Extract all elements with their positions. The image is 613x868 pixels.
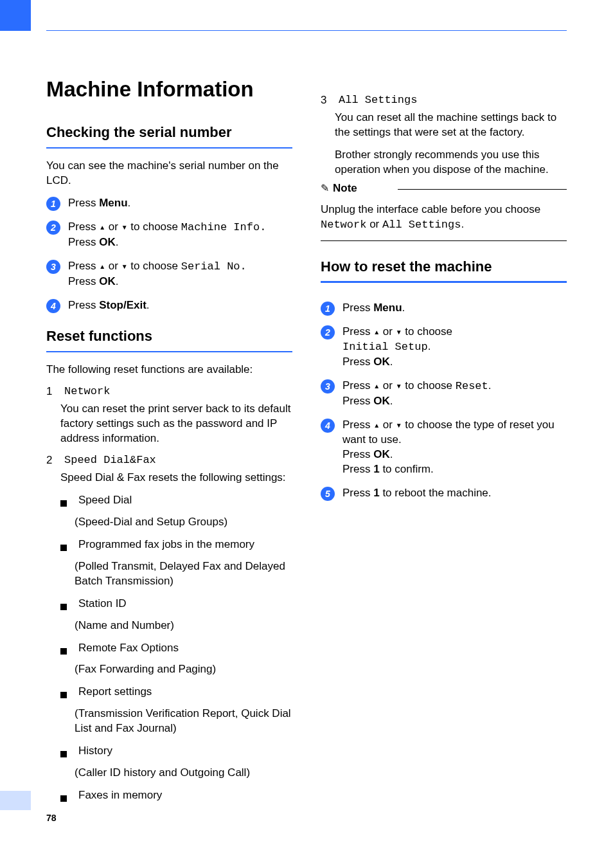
bullet-item: Report settings bbox=[60, 685, 292, 703]
square-bullet-icon bbox=[60, 751, 67, 757]
tab-bottom bbox=[0, 791, 31, 810]
step-number-icon: 3 bbox=[321, 379, 335, 393]
reset-step-4: 4 Press ▲ or ▼ to choose the type of res… bbox=[321, 418, 567, 477]
reset-intro: The following reset functions are availa… bbox=[46, 363, 292, 377]
step-body: Press ▲ or ▼ to choose the type of reset… bbox=[342, 418, 567, 477]
square-bullet-icon bbox=[60, 648, 67, 655]
note-pencil-icon: ✎ bbox=[321, 182, 329, 194]
bullet-item: Faxes in memory bbox=[60, 788, 292, 806]
up-arrow-icon: ▲ bbox=[99, 263, 105, 270]
item-mono: Network bbox=[64, 385, 110, 397]
item-desc: Brother strongly recommends you use this… bbox=[335, 148, 567, 177]
reset-item-1: 1 Network You can reset the print server… bbox=[46, 385, 292, 454]
step-number-icon: 4 bbox=[46, 299, 60, 313]
serial-step-3: 3 Press ▲ or ▼ to choose Serial No. Pres… bbox=[46, 259, 292, 289]
section-rule bbox=[46, 147, 292, 149]
section-rule bbox=[321, 281, 567, 283]
reset-step-3: 3 Press ▲ or ▼ to choose Reset. Press OK… bbox=[321, 379, 567, 409]
step-body: Press ▲ or ▼ to choose Initial Setup. Pr… bbox=[342, 325, 452, 370]
step-body: Press Menu. bbox=[342, 301, 405, 316]
item-desc: Speed Dial & Fax resets the following se… bbox=[60, 471, 292, 485]
down-arrow-icon: ▼ bbox=[396, 383, 402, 390]
step-number-icon: 2 bbox=[46, 221, 60, 235]
bullet-item: Programmed fax jobs in the memory bbox=[60, 538, 292, 556]
up-arrow-icon: ▲ bbox=[373, 422, 380, 429]
item-mono: All Settings bbox=[339, 94, 417, 106]
section-rule bbox=[46, 351, 292, 353]
bullet-item: Speed Dial bbox=[60, 493, 292, 511]
bullet-paren: (Transmission Verification Report, Quick… bbox=[75, 707, 292, 736]
top-rule bbox=[46, 30, 567, 31]
up-arrow-icon: ▲ bbox=[373, 383, 380, 390]
note-box: ✎ Note Unplug the interface cable before… bbox=[321, 189, 567, 241]
step-number-icon: 1 bbox=[46, 197, 60, 211]
down-arrow-icon: ▼ bbox=[121, 224, 128, 231]
up-arrow-icon: ▲ bbox=[373, 329, 380, 336]
square-bullet-icon bbox=[60, 500, 67, 507]
page-title: Machine Information bbox=[46, 77, 292, 102]
right-column: 3 All Settings You can reset all the mac… bbox=[321, 77, 567, 810]
serial-intro: You can see the machine's serial number … bbox=[46, 159, 292, 188]
bullet-paren: (Polled Transmit, Delayed Fax and Delaye… bbox=[75, 559, 292, 589]
item-mono: Speed Dial&Fax bbox=[64, 454, 156, 466]
section-heading-reset-functions: Reset functions bbox=[46, 327, 292, 346]
serial-step-4: 4 Press Stop/Exit. bbox=[46, 298, 292, 313]
serial-step-2: 2 Press ▲ or ▼ to choose Machine Info. P… bbox=[46, 220, 292, 250]
step-body: Press ▲ or ▼ to choose Machine Info. Pre… bbox=[68, 220, 266, 250]
page: Machine Information Checking the serial … bbox=[0, 0, 613, 868]
note-body: Unplug the interface cable before you ch… bbox=[321, 203, 567, 233]
step-body: Press Stop/Exit. bbox=[68, 298, 150, 313]
item-number: 1 bbox=[46, 385, 58, 398]
reset-item-3: 3 All Settings You can reset all the mac… bbox=[321, 94, 567, 185]
bullet-paren: (Caller ID history and Outgoing Call) bbox=[75, 766, 292, 781]
section-heading-serial: Checking the serial number bbox=[46, 123, 292, 142]
square-bullet-icon bbox=[60, 545, 67, 551]
bullet-paren: (Fax Forwarding and Paging) bbox=[75, 662, 292, 677]
item-desc: You can reset the print server back to i… bbox=[60, 402, 292, 446]
bullet-item: Remote Fax Options bbox=[60, 641, 292, 659]
down-arrow-icon: ▼ bbox=[396, 329, 402, 336]
up-arrow-icon: ▲ bbox=[99, 224, 105, 231]
step-number-icon: 4 bbox=[321, 419, 335, 433]
square-bullet-icon bbox=[60, 692, 67, 698]
reset-step-1: 1 Press Menu. bbox=[321, 301, 567, 316]
step-number-icon: 3 bbox=[46, 260, 60, 274]
step-number-icon: 1 bbox=[321, 302, 335, 316]
down-arrow-icon: ▼ bbox=[396, 422, 402, 429]
item-number: 3 bbox=[321, 94, 332, 107]
bullet-item: History bbox=[60, 744, 292, 762]
bullet-paren: (Speed-Dial and Setup Groups) bbox=[75, 515, 292, 530]
left-column: Machine Information Checking the serial … bbox=[46, 77, 292, 810]
bullet-paren: (Name and Number) bbox=[75, 619, 292, 633]
bullet-item: Station ID bbox=[60, 597, 292, 615]
step-number-icon: 2 bbox=[321, 325, 335, 339]
step-number-icon: 5 bbox=[321, 487, 335, 501]
step-body: Press 1 to reboot the machine. bbox=[342, 486, 492, 501]
tab-top bbox=[0, 0, 31, 31]
section-heading-how-to-reset: How to reset the machine bbox=[321, 258, 567, 276]
step-body: Press ▲ or ▼ to choose Reset. Press OK. bbox=[342, 379, 491, 409]
down-arrow-icon: ▼ bbox=[121, 263, 128, 270]
content-columns: Machine Information Checking the serial … bbox=[46, 77, 567, 810]
item-number: 2 bbox=[46, 454, 58, 467]
square-bullet-icon bbox=[60, 604, 67, 610]
reset-step-5: 5 Press 1 to reboot the machine. bbox=[321, 486, 567, 501]
item-desc: You can reset all the machine settings b… bbox=[335, 111, 567, 140]
reset-item-2: 2 Speed Dial&Fax Speed Dial & Fax resets… bbox=[46, 454, 292, 810]
page-number: 78 bbox=[46, 813, 57, 823]
serial-step-1: 1 Press Menu. bbox=[46, 196, 292, 211]
reset-step-2: 2 Press ▲ or ▼ to choose Initial Setup. … bbox=[321, 325, 567, 370]
step-body: Press Menu. bbox=[68, 196, 130, 211]
step-body: Press ▲ or ▼ to choose Serial No. Press … bbox=[68, 259, 247, 289]
note-label: Note bbox=[333, 182, 357, 195]
square-bullet-icon bbox=[60, 795, 67, 802]
